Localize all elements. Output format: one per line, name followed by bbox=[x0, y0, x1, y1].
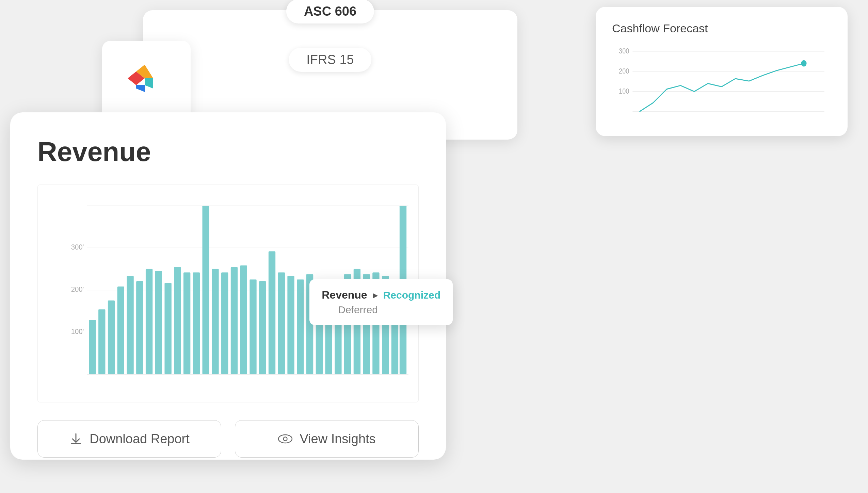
svg-rect-29 bbox=[174, 267, 181, 374]
svg-rect-24 bbox=[127, 276, 133, 374]
buttons-row: Download Report View Insights bbox=[37, 420, 419, 458]
svg-marker-2 bbox=[145, 78, 153, 89]
svg-rect-34 bbox=[221, 272, 228, 374]
card-cashflow: Cashflow Forecast 300 200 100 bbox=[596, 7, 848, 136]
tooltip-revenue-label: Revenue bbox=[322, 289, 367, 301]
cashflow-chart: 300 200 100 bbox=[612, 43, 831, 132]
svg-rect-27 bbox=[155, 271, 162, 374]
svg-rect-55 bbox=[71, 443, 81, 444]
svg-point-57 bbox=[278, 435, 292, 443]
eye-icon bbox=[278, 433, 293, 445]
tooltip-recognized: Recognized bbox=[383, 289, 440, 301]
view-insights-label: View Insights bbox=[300, 432, 375, 446]
svg-rect-20 bbox=[89, 320, 96, 374]
svg-rect-22 bbox=[108, 301, 115, 375]
cashflow-title: Cashflow Forecast bbox=[612, 22, 831, 35]
card-revenue: Revenue 300' 200' 100' bbox=[10, 112, 446, 460]
svg-rect-21 bbox=[98, 309, 105, 374]
svg-text:300': 300' bbox=[71, 242, 84, 251]
svg-rect-26 bbox=[146, 269, 152, 374]
cashflow-svg: 300 200 100 bbox=[612, 43, 831, 132]
tooltip-deferred: Deferred bbox=[338, 304, 440, 316]
tag-asc606[interactable]: ASC 606 bbox=[286, 0, 374, 23]
download-report-label: Download Report bbox=[90, 432, 190, 446]
svg-rect-35 bbox=[231, 267, 238, 374]
svg-rect-30 bbox=[183, 272, 190, 374]
tag-ifrs15[interactable]: IFRS 15 bbox=[289, 48, 371, 72]
svg-point-11 bbox=[801, 60, 806, 67]
svg-text:100: 100 bbox=[619, 87, 629, 95]
svg-rect-42 bbox=[297, 280, 304, 374]
download-report-button[interactable]: Download Report bbox=[37, 420, 221, 458]
svg-rect-33 bbox=[212, 269, 219, 374]
svg-rect-23 bbox=[117, 286, 124, 374]
svg-rect-36 bbox=[240, 266, 247, 375]
svg-rect-41 bbox=[287, 276, 294, 374]
svg-rect-37 bbox=[250, 280, 256, 374]
tooltip-arrow-icon: ▶ bbox=[373, 291, 378, 299]
card-logo bbox=[102, 41, 191, 123]
svg-marker-3 bbox=[136, 85, 145, 92]
svg-rect-39 bbox=[269, 251, 275, 374]
svg-rect-25 bbox=[136, 281, 143, 374]
svg-point-58 bbox=[284, 437, 287, 441]
svg-rect-28 bbox=[164, 283, 171, 374]
revenue-title: Revenue bbox=[37, 136, 419, 168]
scene: ASC 606 IFRS 15 Cashflow Forecast bbox=[0, 0, 868, 493]
svg-text:300: 300 bbox=[619, 47, 629, 55]
svg-rect-40 bbox=[278, 272, 285, 374]
svg-rect-32 bbox=[202, 206, 209, 374]
tooltip-legend: Revenue ▶ Recognized Deferred bbox=[309, 279, 453, 325]
download-icon bbox=[69, 432, 83, 446]
tooltip-revenue-row: Revenue ▶ Recognized bbox=[322, 289, 440, 301]
svg-text:100': 100' bbox=[71, 327, 84, 336]
svg-rect-38 bbox=[259, 281, 266, 374]
brand-logo bbox=[126, 61, 167, 102]
view-insights-button[interactable]: View Insights bbox=[235, 420, 419, 458]
svg-text:200': 200' bbox=[71, 285, 84, 293]
svg-text:200: 200 bbox=[619, 67, 629, 75]
svg-rect-31 bbox=[193, 272, 200, 374]
